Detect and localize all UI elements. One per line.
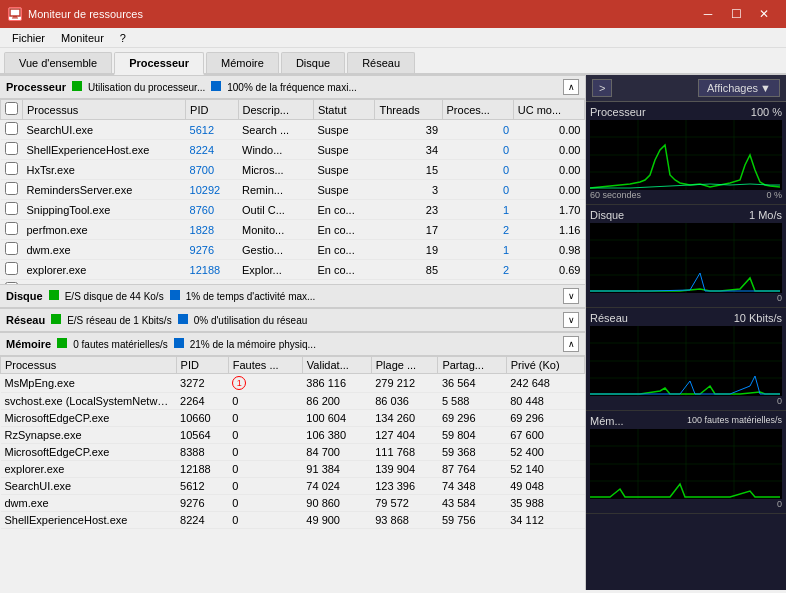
mem-validat: 84 700 [302, 444, 371, 461]
proc-status: En co... [313, 260, 375, 280]
proc-uc: 0.00 [513, 180, 584, 200]
memoire-status2: 21% de la mémoire physiq... [190, 339, 316, 350]
proc-checkbox-cell[interactable] [1, 200, 23, 220]
reseau-collapse-btn[interactable]: ∨ [563, 312, 579, 328]
processeur-row[interactable]: SearchUI.exe 5612 Search ... Suspe 39 0 … [1, 120, 585, 140]
cpu-chart [590, 120, 782, 190]
proc-status: En co... [313, 220, 375, 240]
proc-pid: 10292 [186, 180, 238, 200]
mem-pid: 12188 [176, 461, 228, 478]
menu-help[interactable]: ? [112, 30, 134, 46]
disque-collapse-btn[interactable]: ∨ [563, 288, 579, 304]
col-pid[interactable]: PID [186, 100, 238, 120]
mem-col-validat[interactable]: Validat... [302, 357, 371, 374]
blue-dot-icon2 [170, 290, 180, 300]
tab-vue-ensemble[interactable]: Vue d'ensemble [4, 52, 112, 73]
mem-col-processus[interactable]: Processus [1, 357, 177, 374]
memoire-row[interactable]: ShellExperienceHost.exe 8224 0 49 900 93… [1, 512, 585, 529]
memoire-row[interactable]: RzSynapse.exe 10564 0 106 380 127 404 59… [1, 427, 585, 444]
memoire-row[interactable]: MsMpEng.exe 3272 1 386 116 279 212 36 56… [1, 374, 585, 393]
title-bar: Moniteur de ressources ─ ☐ ✕ [0, 0, 786, 28]
processeur-row[interactable]: HxTsr.exe 8700 Micros... Suspe 15 0 0.00 [1, 160, 585, 180]
processeur-row[interactable]: SnippingTool.exe 8760 Outil C... En co..… [1, 200, 585, 220]
processeur-row[interactable]: ShellExperienceHost.exe 8224 Windo... Su… [1, 140, 585, 160]
processeur-row[interactable]: dwm.exe 9276 Gestio... En co... 19 1 0.9… [1, 240, 585, 260]
proc-name: SnippingTool.exe [23, 200, 186, 220]
memoire-row[interactable]: MicrosoftEdgeCP.exe 10660 0 100 604 134 … [1, 410, 585, 427]
memoire-row[interactable]: SearchUI.exe 5612 0 74 024 123 396 74 34… [1, 478, 585, 495]
col-checkbox[interactable] [1, 100, 23, 120]
proc-procs: 1 [442, 200, 513, 220]
left-panel[interactable]: Processeur Utilisation du processeur... … [0, 75, 586, 590]
processeur-row[interactable]: explorer.exe 12188 Explor... En co... 85… [1, 260, 585, 280]
reseau-section-header[interactable]: Réseau E/S réseau de 1 Kbits/s 0% d'util… [0, 308, 585, 332]
processeur-table-container: Processus PID Descrip... Statut Threads … [0, 99, 585, 284]
proc-checkbox[interactable] [5, 182, 18, 195]
proc-checkbox-cell[interactable] [1, 260, 23, 280]
col-uc[interactable]: UC mo... [513, 100, 584, 120]
proc-checkbox[interactable] [5, 262, 18, 275]
tab-disque[interactable]: Disque [281, 52, 345, 73]
proc-checkbox-cell[interactable] [1, 120, 23, 140]
processeur-row[interactable]: RemindersServer.exe 10292 Remin... Suspe… [1, 180, 585, 200]
mem-validat: 91 384 [302, 461, 371, 478]
title-bar-left: Moniteur de ressources [8, 7, 143, 21]
proc-desc: Windo... [238, 140, 313, 160]
memoire-label: Mémoire [6, 338, 51, 350]
proc-checkbox-cell[interactable] [1, 140, 23, 160]
menu-fichier[interactable]: Fichier [4, 30, 53, 46]
mem-col-fautes[interactable]: Fautes ... [228, 357, 302, 374]
col-processus[interactable]: Processus [23, 100, 186, 120]
mem-col-partag[interactable]: Partag... [438, 357, 506, 374]
proc-checkbox-cell[interactable] [1, 160, 23, 180]
memoire-row[interactable]: svchost.exe (LocalSystemNetwo... 2264 0 … [1, 393, 585, 410]
memoire-section-header[interactable]: Mémoire 0 fautes matérielles/s 21% de la… [0, 332, 585, 356]
disk-chart-bottom: 0 [590, 293, 782, 303]
proc-checkbox[interactable] [5, 222, 18, 235]
mem-col-plage[interactable]: Plage ... [371, 357, 438, 374]
processeur-row[interactable]: perfmon.exe 1828 Monito... En co... 17 2… [1, 220, 585, 240]
mem-faults: 0 [228, 461, 302, 478]
tab-processeur[interactable]: Processeur [114, 52, 204, 75]
col-procs[interactable]: Proces... [442, 100, 513, 120]
proc-checkbox[interactable] [5, 282, 18, 284]
reseau-status-dot2 [178, 314, 188, 326]
affichages-button[interactable]: Affichages ▼ [698, 79, 780, 97]
nav-arrow-button[interactable]: > [592, 79, 612, 97]
mem-chart-svg [590, 429, 782, 499]
proc-checkbox[interactable] [5, 142, 18, 155]
disque-section-header[interactable]: Disque E/S disque de 44 Ko/s 1% de temps… [0, 284, 585, 308]
memoire-row[interactable]: MicrosoftEdgeCP.exe 8388 0 84 700 111 76… [1, 444, 585, 461]
proc-checkbox[interactable] [5, 202, 18, 215]
mem-pid: 5612 [176, 478, 228, 495]
tab-memoire[interactable]: Mémoire [206, 52, 279, 73]
col-statut[interactable]: Statut [313, 100, 375, 120]
processeur-section-header[interactable]: Processeur Utilisation du processeur... … [0, 75, 585, 99]
proc-checkbox-cell[interactable] [1, 180, 23, 200]
proc-checkbox[interactable] [5, 242, 18, 255]
menu-moniteur[interactable]: Moniteur [53, 30, 112, 46]
close-button[interactable]: ✕ [750, 0, 778, 28]
processeur-status1: Utilisation du processeur... [88, 82, 205, 93]
memoire-row[interactable]: dwm.exe 9276 0 90 860 79 572 43 584 35 9… [1, 495, 585, 512]
proc-checkbox[interactable] [5, 162, 18, 175]
mem-validat: 100 604 [302, 410, 371, 427]
proc-pid: 8760 [186, 200, 238, 220]
memoire-collapse-btn[interactable]: ∧ [563, 336, 579, 352]
mem-col-pid[interactable]: PID [176, 357, 228, 374]
minimize-button[interactable]: ─ [694, 0, 722, 28]
select-all-checkbox[interactable] [5, 102, 18, 115]
col-threads[interactable]: Threads [375, 100, 442, 120]
blue-dot-icon [211, 81, 221, 91]
memoire-row[interactable]: explorer.exe 12188 0 91 384 139 904 87 7… [1, 461, 585, 478]
proc-checkbox-cell[interactable] [1, 220, 23, 240]
col-desc[interactable]: Descrip... [238, 100, 313, 120]
proc-checkbox-cell[interactable] [1, 240, 23, 260]
mem-faults: 0 [228, 393, 302, 410]
proc-checkbox[interactable] [5, 122, 18, 135]
mem-col-prive[interactable]: Privé (Ko) [506, 357, 584, 374]
tab-reseau[interactable]: Réseau [347, 52, 415, 73]
processeur-collapse-btn[interactable]: ∧ [563, 79, 579, 95]
proc-threads: 85 [375, 260, 442, 280]
maximize-button[interactable]: ☐ [722, 0, 750, 28]
